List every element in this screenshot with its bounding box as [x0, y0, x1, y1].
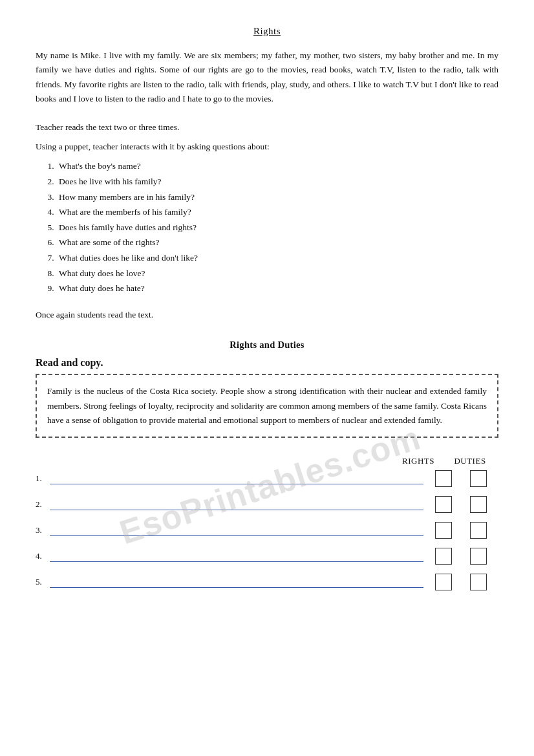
checkbox-group [435, 470, 498, 487]
exercise-row-number: 5. [36, 577, 50, 587]
exercise-input-line[interactable] [50, 550, 423, 562]
duties-checkbox[interactable] [470, 574, 487, 590]
exercise-input-line[interactable] [50, 524, 423, 536]
puppet-instruction: Using a puppet, teacher interacts with i… [36, 140, 498, 154]
question-item: What duties does he like and don't like? [56, 250, 498, 266]
exercise-rows: 1.2.3.4.5. [36, 470, 498, 590]
exercise-section: RIGHTS DUTIES 1.2.3.4.5. [36, 456, 498, 590]
dashed-reading-box: Family is the nucleus of the Costa Rica … [36, 374, 498, 438]
rights-checkbox[interactable] [435, 496, 452, 513]
rights-checkbox[interactable] [435, 548, 452, 565]
exercise-row-number: 2. [36, 499, 50, 510]
questions-list: What's the boy's name?Does he live with … [56, 158, 498, 296]
exercise-row-number: 1. [36, 473, 50, 484]
exercise-input-line[interactable] [50, 499, 423, 510]
question-item: How many members are in his family? [56, 189, 498, 205]
section2-title: Rights and Duties [36, 340, 498, 351]
intro-paragraph: My name is Mike. I live with my family. … [36, 49, 498, 106]
exercise-row: 2. [36, 496, 498, 513]
exercise-input-line[interactable] [50, 473, 423, 484]
duties-checkbox[interactable] [470, 548, 487, 565]
rights-header: RIGHTS [401, 456, 435, 466]
exercise-row: 1. [36, 470, 498, 487]
page-title: Rights [36, 26, 498, 37]
exercise-header: RIGHTS DUTIES [36, 456, 498, 466]
rights-checkbox[interactable] [435, 470, 452, 487]
question-item: What are the memberfs of his family? [56, 204, 498, 220]
question-item: What duty does he love? [56, 266, 498, 281]
rights-checkbox[interactable] [435, 522, 452, 539]
question-item: Does he live with his family? [56, 174, 498, 189]
exercise-row-number: 4. [36, 551, 50, 561]
exercise-row: 4. [36, 548, 498, 565]
checkbox-group [435, 522, 498, 539]
question-item: What are some of the rights? [56, 235, 498, 250]
checkbox-group [435, 574, 498, 590]
exercise-row: 5. [36, 574, 498, 590]
teacher-instruction: Teacher reads the text two or three time… [36, 120, 498, 135]
checkbox-group [435, 548, 498, 565]
duties-checkbox[interactable] [470, 496, 487, 513]
question-item: What duty does he hate? [56, 281, 498, 296]
exercise-row-number: 3. [36, 525, 50, 535]
checkbox-group [435, 496, 498, 513]
once-again-text: Once again students read the text. [36, 308, 498, 322]
question-item: Does his family have duties and rights? [56, 220, 498, 235]
duties-header: DUTIES [453, 456, 487, 466]
duties-checkbox[interactable] [470, 470, 487, 487]
read-and-copy-label: Read and copy. [36, 357, 498, 369]
rights-checkbox[interactable] [435, 574, 452, 590]
exercise-row: 3. [36, 522, 498, 539]
duties-checkbox[interactable] [470, 522, 487, 539]
exercise-input-line[interactable] [50, 576, 423, 588]
question-item: What's the boy's name? [56, 158, 498, 174]
